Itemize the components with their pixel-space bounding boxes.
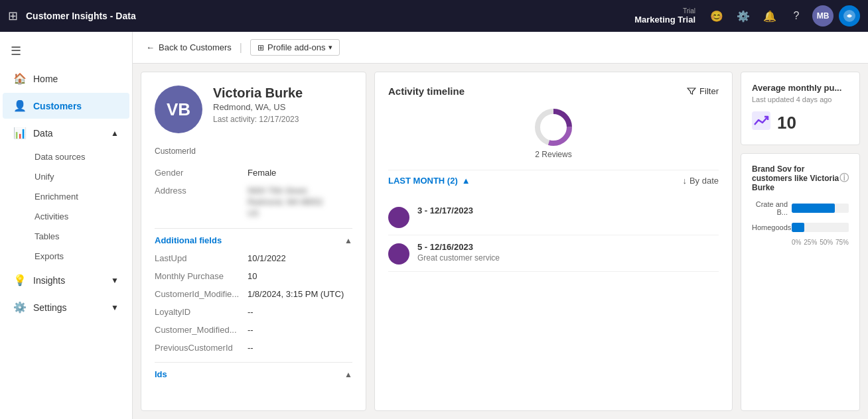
hamburger-menu[interactable]: ☰	[0, 37, 132, 65]
activity-entry-2: 5 - 12/16/2023 Great customer service	[388, 235, 719, 272]
customerid-modified-field: CustomerId_Modifie... 1/8/2024, 3:15 PM …	[155, 285, 352, 303]
monthly-purchase-title: Average monthly pu...	[752, 83, 849, 93]
ids-label: Ids	[155, 369, 167, 379]
sidebar: ☰ 🏠 Home 👤 Customers 📊 Data ▲ Data sourc…	[0, 32, 133, 419]
dropdown-chevron-icon: ▾	[328, 43, 332, 52]
activity-desc-2: Great customer service	[417, 253, 500, 263]
brand-sov-label: Brand Sov for customers like Victoria Bu…	[752, 164, 839, 192]
sidebar-item-data[interactable]: 📊 Data ▲	[3, 120, 129, 146]
brand-chart: Crate and B... Homegoods 0	[752, 200, 849, 246]
gender-label: Gender	[155, 168, 248, 178]
sidebar-data-label: Data	[33, 128, 53, 139]
grid-small-icon: ⊞	[257, 43, 264, 52]
ids-section[interactable]: Ids ▲	[155, 362, 352, 383]
activity-dot-2	[388, 243, 409, 265]
customer-modified-value: --	[248, 325, 253, 335]
sort-icon: ↓	[682, 176, 687, 186]
sidebar-item-home[interactable]: 🏠 Home	[3, 66, 129, 91]
chart-row-homegoods: Homegoods	[752, 223, 849, 232]
activity-title: Activity timeline	[388, 86, 465, 97]
timeline-filter-bar: LAST MONTH (2) ▲ ↓ By date	[388, 170, 719, 191]
profile-last-activity: Last activity: 12/17/2023	[213, 115, 303, 124]
monthly-purchase-subtitle: Last updated 4 days ago	[752, 95, 849, 103]
sidebar-item-enrichment[interactable]: Enrichment	[29, 187, 129, 206]
address-value: 5600 75th Street,Redmond, WA 98052US	[248, 186, 323, 219]
top-navigation: ⊞ Customer Insights - Data Trial Marketi…	[0, 0, 868, 32]
axis-0: 0%	[792, 239, 801, 246]
previous-customerid-value: --	[248, 343, 253, 353]
sidebar-item-tables[interactable]: Tables	[29, 227, 129, 246]
grid-icon[interactable]: ⊞	[8, 9, 18, 23]
period-filter-button[interactable]: LAST MONTH (2) ▲	[388, 176, 470, 186]
sidebar-item-activities[interactable]: Activities	[29, 207, 129, 226]
additional-fields-section[interactable]: Additional fields ▲	[155, 228, 352, 249]
monthly-purchase-value: 10	[248, 271, 257, 281]
home-icon: 🏠	[13, 72, 27, 85]
filter-icon	[687, 87, 696, 96]
ids-chevron-icon[interactable]: ▲	[344, 370, 352, 379]
lastupd-field: LastUpd 10/1/2022	[155, 249, 352, 267]
help-icon[interactable]: ?	[786, 5, 807, 27]
additional-fields-label: Additional fields	[155, 235, 222, 245]
monthly-purchase-number: 10	[777, 113, 796, 133]
profile-header: VB Victoria Burke Redmond, WA, US Last a…	[155, 86, 352, 133]
gender-value: Female	[248, 168, 276, 178]
crate-label: Crate and B...	[752, 200, 788, 216]
customer-id-label: CustomerId	[155, 147, 352, 156]
chart-axis: 0% 25% 50% 75%	[752, 239, 849, 246]
monthly-purchase-label: Monthly Purchase	[155, 271, 248, 281]
trend-up-icon	[752, 111, 770, 134]
sidebar-item-insights[interactable]: 💡 Insights ▼	[3, 267, 129, 293]
panels-row: VB Victoria Burke Redmond, WA, US Last a…	[133, 64, 868, 419]
sidebar-settings-label: Settings	[33, 302, 67, 313]
settings-chevron-down-icon: ▼	[111, 303, 119, 312]
lastupd-label: LastUpd	[155, 253, 248, 263]
profile-addons-label: Profile add-ons	[267, 42, 325, 52]
previous-customerid-label: PreviousCustomerId	[155, 343, 248, 353]
profile-addons-button[interactable]: ⊞ Profile add-ons ▾	[250, 39, 340, 56]
chevron-up-icon: ▲	[111, 129, 119, 138]
notifications-icon[interactable]: 🔔	[759, 5, 780, 27]
trial-info: Trial Marketing Trial	[634, 7, 695, 25]
sidebar-customers-label: Customers	[33, 101, 82, 111]
activity-dot-1	[388, 207, 409, 228]
info-icon[interactable]: ⓘ	[839, 172, 849, 184]
sidebar-item-data-sources[interactable]: Data sources	[29, 147, 129, 166]
brand-accent	[839, 5, 860, 27]
topnav-icons: Trial Marketing Trial 😊 ⚙️ 🔔 ? MB	[634, 5, 860, 27]
brand-sov-card: Brand Sov for customers like Victoria Bu…	[741, 153, 860, 411]
address-field: Address 5600 75th Street,Redmond, WA 980…	[155, 182, 352, 223]
sidebar-home-label: Home	[33, 74, 58, 84]
homegoods-label: Homegoods	[752, 223, 788, 231]
sidebar-item-unify[interactable]: Unify	[29, 167, 129, 186]
breadcrumb-divider: |	[240, 42, 242, 54]
sidebar-item-exports[interactable]: Exports	[29, 247, 129, 266]
back-label: Back to Customers	[159, 42, 232, 52]
sort-button[interactable]: ↓ By date	[682, 176, 719, 186]
additional-fields-chevron-icon[interactable]: ▲	[344, 236, 352, 245]
activity-info-1: 3 - 12/17/2023	[417, 206, 473, 215]
back-to-customers-button[interactable]: ← Back to Customers	[146, 42, 232, 52]
feedback-icon[interactable]: 😊	[706, 5, 727, 27]
insights-icon: 💡	[13, 274, 27, 286]
sidebar-settings-icon: ⚙️	[13, 301, 27, 314]
filter-button[interactable]: Filter	[687, 86, 719, 96]
avatar[interactable]: MB	[812, 5, 833, 27]
crate-bar	[792, 204, 835, 213]
reviews-label: 2 Reviews	[535, 150, 571, 159]
profile-info: Victoria Burke Redmond, WA, US Last acti…	[213, 86, 303, 124]
settings-icon[interactable]: ⚙️	[733, 5, 754, 27]
sidebar-data-submenu: Data sources Unify Enrichment Activities…	[0, 147, 132, 267]
crate-bar-bg	[792, 204, 849, 213]
sort-label: By date	[689, 176, 719, 186]
chevron-down-icon: ▼	[111, 276, 119, 285]
axis-75: 75%	[835, 239, 849, 246]
sidebar-item-settings[interactable]: ⚙️ Settings ▼	[3, 294, 129, 320]
additional-fields-content: LastUpd 10/1/2022 Monthly Purchase 10 Cu…	[155, 249, 352, 357]
avatar-circle: VB	[155, 86, 202, 133]
svg-rect-4	[752, 111, 770, 130]
sidebar-item-customers[interactable]: 👤 Customers	[3, 93, 129, 119]
insights-panel: Average monthly pu... Last updated 4 day…	[741, 72, 860, 411]
arrow-left-icon: ←	[146, 42, 155, 52]
gender-field: Gender Female	[155, 164, 352, 182]
